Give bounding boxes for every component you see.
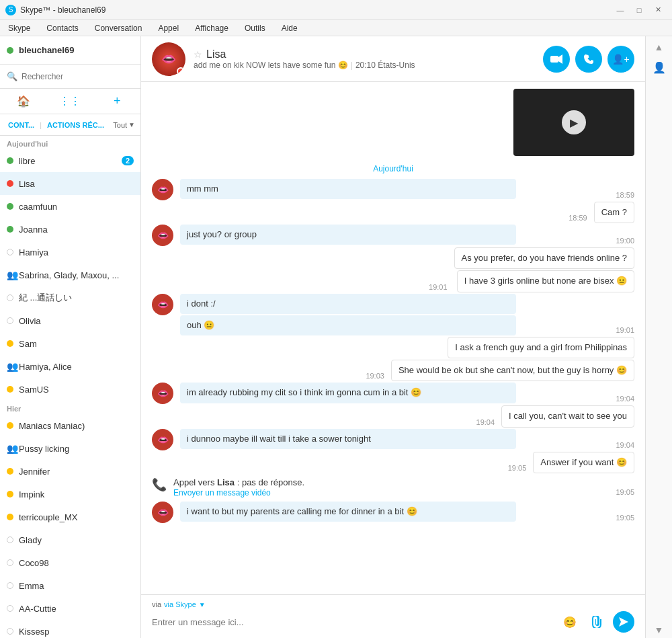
chat-status-location: 20:10 États-Unis	[355, 61, 415, 70]
home-icon[interactable]: 🏠	[13, 91, 34, 112]
tab-contacts[interactable]: CONT...	[5, 120, 37, 130]
grid-icon[interactable]: ⋮⋮	[59, 91, 81, 112]
chat-header-status: add me on kik NOW lets have some fun 😊 |…	[194, 61, 535, 70]
video-call-button[interactable]	[543, 46, 570, 73]
attach-button[interactable]	[586, 611, 607, 633]
play-button[interactable]: ▶	[562, 110, 586, 134]
contact-name-aa-cuttie: AA-Cuttie	[19, 604, 134, 614]
contact-item-caamfuun[interactable]: caamfuun	[0, 195, 140, 218]
contact-item-glady[interactable]: Glady	[0, 528, 140, 551]
close-button[interactable]: ✕	[649, 3, 667, 17]
contact-name-group2: Hamiya, Alice	[19, 362, 134, 372]
contact-status-hamiya	[7, 249, 13, 255]
contact-status-aa-cuttie	[7, 605, 13, 612]
contact-item-emma[interactable]: Emma	[0, 574, 140, 597]
contact-name-kissesp: Kissesp	[19, 627, 134, 637]
search-icon: 🔍	[7, 71, 17, 81]
call-video-link[interactable]: Envoyer un message vidéo	[173, 488, 271, 497]
contact-name-lisa: Lisa	[19, 179, 134, 189]
video-thumbnail[interactable]: ▶	[513, 89, 634, 156]
menu-outils[interactable]: Outils	[242, 22, 268, 34]
msg-group-4: As you prefer, do you have friends onlin…	[454, 247, 634, 292]
contact-status-jennifer	[7, 468, 13, 475]
profile-icon[interactable]: 👤	[650, 58, 669, 77]
via-dropdown-arrow[interactable]: ▼	[199, 601, 206, 608]
add-person-icon: 👤+	[612, 54, 629, 65]
search-input[interactable]	[22, 72, 134, 81]
menu-aide[interactable]: Aide	[279, 22, 300, 34]
chat-header-actions: 👤+	[543, 46, 634, 73]
menu-conversation[interactable]: Conversation	[92, 22, 145, 34]
chat-messages: ▶ Aujourd'hui 👄 mm mm 18:59 18:59 Cam ? …	[141, 82, 645, 594]
message-row-11: 19:04 I call you, can't wait to see you	[152, 405, 634, 427]
contact-item-cjp[interactable]: 紀 ...通話しい	[0, 286, 140, 309]
via-skype-dropdown[interactable]: via Skype	[164, 600, 196, 608]
contact-item-maniacs[interactable]: Maniacs Maniac)	[0, 414, 140, 437]
voice-call-button[interactable]	[575, 46, 602, 73]
contact-item-hamiya[interactable]: Hamiya	[0, 241, 140, 264]
chat-contact-name: Lisa	[206, 48, 226, 61]
add-contact-icon[interactable]: +	[106, 91, 128, 112]
message-row-13: 19:05 Answer if you want 😊	[152, 452, 634, 473]
contact-status-impink	[7, 491, 13, 497]
contact-status-sam	[7, 340, 13, 347]
msg-content-12: i dunnoo maybe ill wait till i take a so…	[180, 429, 609, 449]
contacts-list: Aujourd'hui libre 2 Lisa caamfuun Joanna	[0, 136, 140, 638]
contact-name-cjp: 紀 ...通話しい	[19, 292, 134, 304]
menu-contacts[interactable]: Contacts	[44, 22, 81, 34]
group-icon-2: 👥	[7, 361, 13, 372]
msg-bubble-1: mm mm	[180, 179, 516, 199]
msg-time-1: 18:59	[616, 191, 634, 199]
sidebar-username: bleuchanel69	[19, 45, 74, 55]
message-input[interactable]	[152, 611, 554, 633]
chat-header-name-row: ☆ Lisa	[194, 48, 535, 61]
sidebar-search-row[interactable]: 🔍	[0, 65, 140, 89]
contact-item-samus[interactable]: SamUS	[0, 378, 140, 401]
scroll-down-button[interactable]: ▼	[655, 625, 664, 635]
contact-name-maniacs: Maniacs Maniac)	[19, 421, 134, 431]
scroll-up-button[interactable]: ▲	[655, 42, 664, 52]
contact-item-coco98[interactable]: Coco98	[0, 551, 140, 574]
contact-status-lisa	[7, 180, 13, 187]
group-icon-3: 👥	[7, 443, 13, 454]
contact-item-impink[interactable]: Impink	[0, 483, 140, 506]
contact-item-joanna[interactable]: Joanna	[0, 218, 140, 241]
svg-rect-0	[550, 56, 558, 63]
minimize-button[interactable]: —	[612, 3, 629, 17]
date-divider: Aujourd'hui	[152, 164, 634, 173]
contact-item-libre[interactable]: libre 2	[0, 149, 140, 172]
contact-item-group1[interactable]: 👥 Sabrina, Glady, Maxou, ...	[0, 264, 140, 286]
contact-badge-libre: 2	[122, 156, 134, 165]
contact-item-pussy-licking[interactable]: 👥 Pussy licking	[0, 437, 140, 460]
maximize-button[interactable]: □	[630, 3, 648, 17]
contact-name-olivia: Olivia	[19, 316, 134, 326]
contact-item-aa-cuttie[interactable]: AA-Cuttie	[0, 597, 140, 620]
via-skype-label: via	[152, 600, 161, 608]
send-button[interactable]	[613, 611, 634, 633]
msg-content-15: i want to but my parents are calling me …	[180, 502, 609, 522]
menu-skype[interactable]: Skype	[5, 22, 33, 34]
contact-item-olivia[interactable]: Olivia	[0, 309, 140, 332]
contact-name-caamfuun: caamfuun	[19, 202, 134, 212]
menu-affichage[interactable]: Affichage	[192, 22, 231, 34]
msg-time-6: 19:01	[616, 326, 634, 334]
message-row-3: 👄 just you? or group 19:00	[152, 225, 634, 246]
contact-item-jennifer[interactable]: Jennifer	[0, 460, 140, 483]
msg-bubble-4: As you prefer, do you have friends onlin…	[454, 247, 634, 269]
contact-item-terricouple[interactable]: terricouple_MX	[0, 506, 140, 528]
contact-item-sam[interactable]: Sam	[0, 332, 140, 355]
contact-item-kissesp[interactable]: Kissesp	[0, 620, 140, 638]
contact-name-libre: libre	[19, 156, 116, 166]
add-contact-button[interactable]: 👤+	[607, 46, 634, 73]
contact-item-lisa[interactable]: Lisa	[0, 172, 140, 195]
contact-name-group1: Sabrina, Glady, Maxou, ...	[19, 270, 134, 280]
emoji-button[interactable]: 😊	[559, 611, 581, 633]
chat-avatar: 👄	[152, 42, 185, 76]
tab-recent[interactable]: ACTIONS RÉC...	[44, 120, 107, 130]
section-label-hier: Hier	[0, 401, 140, 414]
message-row-12: 👄 i dunnoo maybe ill wait till i take a …	[152, 429, 634, 450]
tab-all[interactable]: Tout ▼	[113, 121, 135, 129]
contact-item-group2[interactable]: 👥 Hamiya, Alice	[0, 355, 140, 378]
svg-marker-2	[619, 617, 628, 627]
menu-appel[interactable]: Appel	[155, 22, 181, 34]
